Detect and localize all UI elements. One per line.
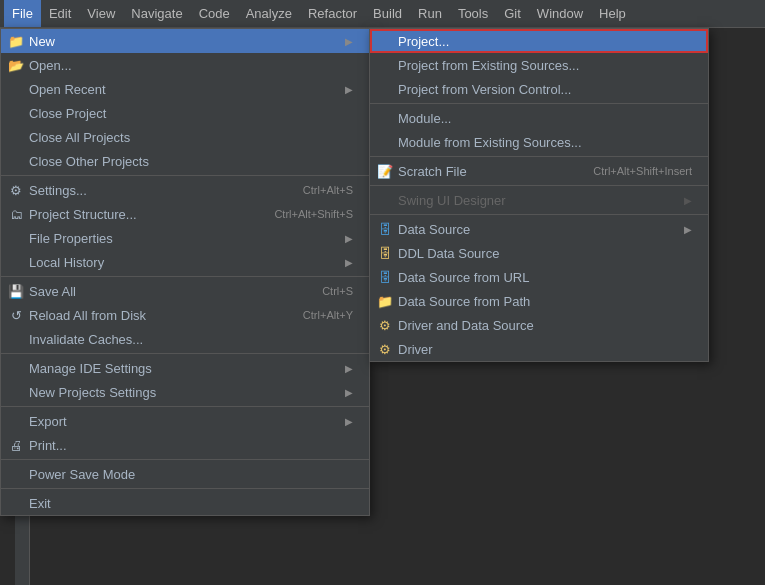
new-sep-2 bbox=[370, 156, 708, 157]
menu-item-driver[interactable]: ⚙ Driver bbox=[370, 337, 708, 361]
data-url-icon: 🗄 bbox=[374, 270, 396, 285]
menu-item-swing-ui: Swing UI Designer ▶ bbox=[370, 188, 708, 212]
separator-4 bbox=[1, 406, 369, 407]
menu-item-open-recent[interactable]: Open Recent ▶ bbox=[1, 77, 369, 101]
menu-item-data-source[interactable]: 🗄 Data Source ▶ bbox=[370, 217, 708, 241]
menubar-edit[interactable]: Edit bbox=[41, 0, 79, 27]
menu-item-close-other[interactable]: Close Other Projects bbox=[1, 149, 369, 173]
separator-2 bbox=[1, 276, 369, 277]
menu-item-save-all[interactable]: 💾 Save All Ctrl+S bbox=[1, 279, 369, 303]
data-source-icon: 🗄 bbox=[374, 222, 396, 237]
menubar-run[interactable]: Run bbox=[410, 0, 450, 27]
menu-item-module[interactable]: Module... bbox=[370, 106, 708, 130]
menu-item-ddl-data[interactable]: 🗄 DDL Data Source bbox=[370, 241, 708, 265]
file-menu-dropdown: 📁 New ▶ 📂 Open... Open Recent ▶ Close Pr… bbox=[0, 28, 370, 516]
project-structure-icon: 🗂 bbox=[5, 207, 27, 222]
separator-1 bbox=[1, 175, 369, 176]
menu-item-from-vcs[interactable]: Project from Version Control... bbox=[370, 77, 708, 101]
menu-item-from-existing[interactable]: Project from Existing Sources... bbox=[370, 53, 708, 77]
new-icon: 📁 bbox=[5, 34, 27, 49]
menu-item-power-save[interactable]: Power Save Mode bbox=[1, 462, 369, 486]
menu-item-manage-ide[interactable]: Manage IDE Settings ▶ bbox=[1, 356, 369, 380]
menubar-build[interactable]: Build bbox=[365, 0, 410, 27]
menubar-tools[interactable]: Tools bbox=[450, 0, 496, 27]
menubar: File Edit View Navigate Code Analyze Ref… bbox=[0, 0, 765, 28]
menu-item-project-structure[interactable]: 🗂 Project Structure... Ctrl+Alt+Shift+S bbox=[1, 202, 369, 226]
new-sep-3 bbox=[370, 185, 708, 186]
menu-item-export[interactable]: Export ▶ bbox=[1, 409, 369, 433]
menu-item-reload[interactable]: ↺ Reload All from Disk Ctrl+Alt+Y bbox=[1, 303, 369, 327]
menu-item-data-path[interactable]: 📁 Data Source from Path bbox=[370, 289, 708, 313]
menu-item-module-existing[interactable]: Module from Existing Sources... bbox=[370, 130, 708, 154]
print-icon: 🖨 bbox=[5, 438, 27, 453]
menu-item-invalidate[interactable]: Invalidate Caches... bbox=[1, 327, 369, 351]
ddl-icon: 🗄 bbox=[374, 246, 396, 261]
menu-item-close-all[interactable]: Close All Projects bbox=[1, 125, 369, 149]
new-sep-4 bbox=[370, 214, 708, 215]
menu-item-driver-data[interactable]: ⚙ Driver and Data Source bbox=[370, 313, 708, 337]
reload-icon: ↺ bbox=[5, 308, 27, 323]
menubar-git[interactable]: Git bbox=[496, 0, 529, 27]
open-icon: 📂 bbox=[5, 58, 27, 73]
menu-item-print[interactable]: 🖨 Print... bbox=[1, 433, 369, 457]
menubar-analyze[interactable]: Analyze bbox=[238, 0, 300, 27]
menu-item-new-projects[interactable]: New Projects Settings ▶ bbox=[1, 380, 369, 404]
separator-3 bbox=[1, 353, 369, 354]
menu-item-project[interactable]: Project... bbox=[370, 29, 708, 53]
scratch-icon: 📝 bbox=[374, 164, 396, 179]
driver-icon: ⚙ bbox=[374, 342, 396, 357]
separator-5 bbox=[1, 459, 369, 460]
data-path-icon: 📁 bbox=[374, 294, 396, 309]
menu-item-settings[interactable]: ⚙ Settings... Ctrl+Alt+S bbox=[1, 178, 369, 202]
menu-item-close-project[interactable]: Close Project bbox=[1, 101, 369, 125]
menubar-code[interactable]: Code bbox=[191, 0, 238, 27]
menu-item-scratch[interactable]: 📝 Scratch File Ctrl+Alt+Shift+Insert bbox=[370, 159, 708, 183]
menubar-window[interactable]: Window bbox=[529, 0, 591, 27]
menu-item-open[interactable]: 📂 Open... bbox=[1, 53, 369, 77]
new-menu-dropdown: Project... Project from Existing Sources… bbox=[369, 28, 709, 362]
driver-data-icon: ⚙ bbox=[374, 318, 396, 333]
save-icon: 💾 bbox=[5, 284, 27, 299]
menu-item-new[interactable]: 📁 New ▶ bbox=[1, 29, 369, 53]
menu-item-data-url[interactable]: 🗄 Data Source from URL bbox=[370, 265, 708, 289]
settings-icon: ⚙ bbox=[5, 183, 27, 198]
menubar-file[interactable]: File bbox=[4, 0, 41, 27]
menubar-view[interactable]: View bbox=[79, 0, 123, 27]
menubar-help[interactable]: Help bbox=[591, 0, 634, 27]
menubar-navigate[interactable]: Navigate bbox=[123, 0, 190, 27]
menu-item-exit[interactable]: Exit bbox=[1, 491, 369, 515]
separator-6 bbox=[1, 488, 369, 489]
menu-item-file-properties[interactable]: File Properties ▶ bbox=[1, 226, 369, 250]
dropdown-overlay: 📁 New ▶ 📂 Open... Open Recent ▶ Close Pr… bbox=[0, 28, 370, 516]
menubar-refactor[interactable]: Refactor bbox=[300, 0, 365, 27]
menu-item-local-history[interactable]: Local History ▶ bbox=[1, 250, 369, 274]
new-sep-1 bbox=[370, 103, 708, 104]
